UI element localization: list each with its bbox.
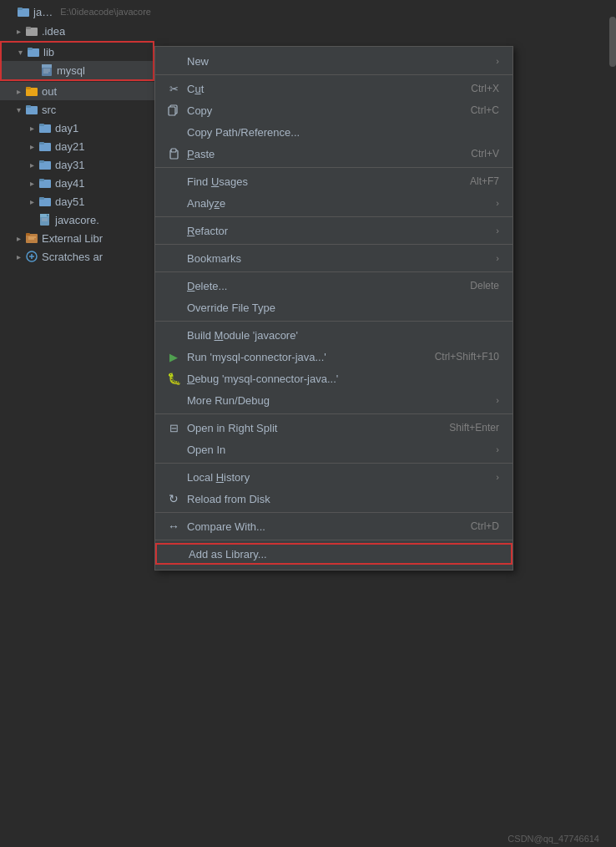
tree-item-lib[interactable]: lib: [2, 43, 153, 61]
iml-icon: [38, 213, 52, 226]
new-label: New: [187, 55, 489, 68]
menu-item-copy[interactable]: Copy Ctrl+C: [155, 99, 512, 121]
menu-item-cut[interactable]: ✂ Cut Ctrl+X: [155, 78, 512, 99]
bookmarks-arrow: ›: [496, 253, 499, 263]
menu-item-analyze[interactable]: Analyze ›: [155, 192, 512, 214]
copy-path-icon: [165, 125, 182, 139]
project-icon: [17, 5, 30, 18]
svg-rect-31: [26, 233, 30, 236]
arrow-day51: [27, 196, 37, 206]
menu-item-compare[interactable]: ↔ Compare With... Ctrl+D: [155, 515, 512, 537]
run-label: Run 'mysql-connector-java...': [187, 351, 435, 363]
menu-item-build-module[interactable]: Build Module 'javacore': [155, 324, 512, 346]
separator-2: [155, 167, 512, 168]
menu-item-paste[interactable]: Paste Ctrl+V: [155, 143, 512, 165]
separator-10: [155, 540, 512, 540]
svg-rect-40: [171, 149, 176, 152]
local-history-icon: [165, 470, 182, 484]
src-label: src: [42, 104, 56, 116]
find-usages-icon: [165, 175, 182, 188]
arrow-out: [13, 86, 23, 96]
folder-day1-icon: [38, 121, 52, 134]
debug-label: Debug 'mysql-connector-java...': [187, 373, 499, 385]
scrollbar-thumb[interactable]: [609, 17, 616, 67]
tree-item-day51[interactable]: day51: [0, 192, 154, 210]
more-run-arrow: ›: [496, 395, 499, 405]
new-icon: [165, 54, 182, 68]
svg-rect-12: [26, 87, 31, 89]
arrow-idea: [13, 26, 23, 36]
separator-8: [155, 463, 512, 464]
tree-item-src[interactable]: src: [0, 100, 154, 119]
refactor-arrow: ›: [496, 226, 499, 236]
scrollbar[interactable]: [609, 0, 616, 847]
arrow-day31: [27, 160, 37, 170]
project-path: E:\0ideacode\javacore: [60, 7, 151, 17]
tree-item-day1[interactable]: day1: [0, 119, 154, 137]
menu-item-copy-path[interactable]: Copy Path/Reference...: [155, 121, 512, 143]
javacore-iml-label: javacore.: [55, 214, 99, 226]
arrow-day1: [27, 123, 37, 133]
tree-item-day31[interactable]: day31: [0, 155, 154, 174]
menu-item-more-run[interactable]: More Run/Debug ›: [155, 389, 512, 411]
tree-item-scratches[interactable]: Scratches ar: [0, 247, 154, 266]
bookmarks-icon: [165, 251, 182, 265]
menu-item-run[interactable]: ▶ Run 'mysql-connector-java...' Ctrl+Shi…: [155, 346, 512, 368]
day51-label: day51: [55, 195, 84, 208]
project-name: javacore: [33, 6, 57, 18]
menu-item-refactor[interactable]: Refactor ›: [155, 220, 512, 241]
analyze-arrow: ›: [496, 198, 499, 208]
copy-label: Copy: [187, 104, 471, 117]
separator-6: [155, 321, 512, 322]
svg-rect-5: [28, 48, 33, 50]
delete-shortcut: Delete: [470, 280, 499, 292]
menu-item-open-right[interactable]: ⊟ Open in Right Split Shift+Enter: [155, 417, 512, 439]
arrow-day21: [27, 141, 37, 151]
reload-label: Reload from Disk: [187, 493, 499, 505]
scratches-label: Scratches ar: [42, 251, 103, 263]
menu-item-new[interactable]: New ›: [155, 50, 512, 72]
open-right-label: Open in Right Split: [187, 422, 449, 434]
external-label: External Libr: [42, 232, 103, 245]
tree-item-javacore-iml[interactable]: javacore.: [0, 210, 154, 229]
menu-item-add-library[interactable]: Add as Library...: [155, 543, 512, 565]
arrow-day41: [27, 178, 37, 188]
override-type-label: Override File Type: [187, 302, 499, 314]
arrow-external: [13, 233, 23, 243]
menu-item-local-history[interactable]: Local History ›: [155, 466, 512, 488]
menu-item-find-usages[interactable]: Find Usages Alt+F7: [155, 170, 512, 192]
svg-rect-1: [18, 8, 23, 10]
menu-item-bookmarks[interactable]: Bookmarks ›: [155, 247, 512, 269]
svg-rect-14: [26, 105, 31, 108]
tree-item-out[interactable]: out: [0, 82, 154, 100]
jar-icon: [40, 63, 53, 77]
day1-label: day1: [55, 122, 78, 134]
menu-item-reload[interactable]: ↻ Reload from Disk: [155, 488, 512, 510]
svg-rect-3: [26, 27, 31, 29]
find-usages-label: Find Usages: [187, 175, 470, 188]
tree-item-external[interactable]: External Libr: [0, 229, 154, 247]
tree-item-day21[interactable]: day21: [0, 137, 154, 155]
separator-7: [155, 413, 512, 414]
lib-border-highlight: lib mysql: [0, 41, 154, 81]
tree-item-mysql[interactable]: mysql: [2, 61, 153, 79]
menu-item-debug[interactable]: 🐛 Debug 'mysql-connector-java...': [155, 368, 512, 389]
mysql-label: mysql: [57, 64, 85, 77]
more-run-icon: [165, 393, 182, 407]
tree-item-idea[interactable]: .idea: [0, 22, 154, 40]
separator-4: [155, 244, 512, 245]
svg-rect-7: [42, 64, 52, 68]
svg-rect-22: [39, 179, 44, 181]
tree-item-day41[interactable]: day41: [0, 174, 154, 192]
separator-5: [155, 271, 512, 272]
out-label: out: [42, 85, 57, 98]
file-tree: javacore E:\0ideacode\javacore .idea lib: [0, 0, 154, 847]
menu-item-open-in[interactable]: Open In ›: [155, 439, 512, 460]
local-history-label: Local History: [187, 471, 489, 484]
delete-icon: [165, 279, 182, 292]
menu-item-delete[interactable]: Delete... Delete: [155, 275, 512, 297]
svg-rect-18: [39, 142, 44, 145]
more-run-label: More Run/Debug: [187, 394, 489, 407]
project-root[interactable]: javacore E:\0ideacode\javacore: [0, 2, 154, 22]
menu-item-override-type[interactable]: Override File Type: [155, 297, 512, 318]
